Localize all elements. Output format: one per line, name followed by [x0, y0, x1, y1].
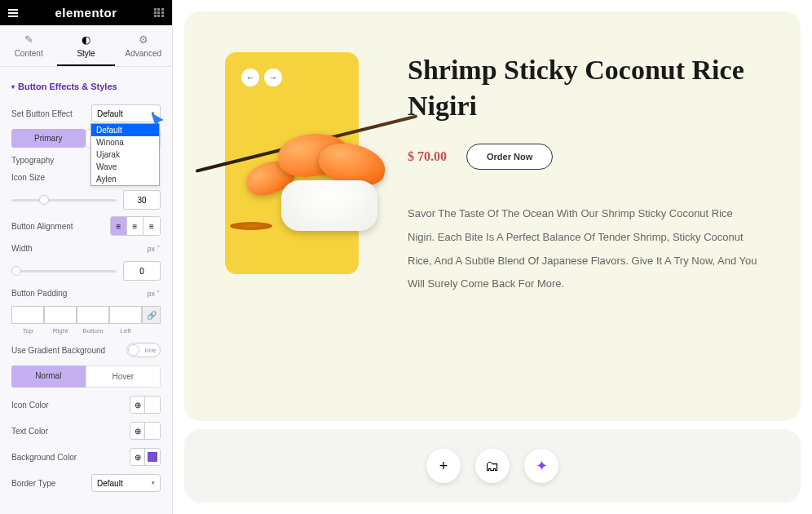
next-arrow-button[interactable]: →	[264, 69, 282, 86]
primary-pill[interactable]: Primary	[11, 129, 86, 148]
icon-color-picker: ⊕	[130, 396, 161, 414]
padding-control-header: Button Padding px ˅	[11, 289, 161, 298]
padding-left-input[interactable]	[109, 306, 142, 324]
global-color-button[interactable]: ⊕	[130, 423, 145, 439]
align-center-button[interactable]: ≡	[127, 217, 143, 235]
text-color-control: Text Color ⊕	[11, 422, 161, 440]
dropdown-option[interactable]: Default	[91, 124, 159, 136]
icon-size-slider-row	[11, 190, 161, 210]
padding-side-labels: Top Right Bottom Left	[11, 327, 161, 335]
unit-selector[interactable]: px ˅	[147, 290, 161, 298]
panel-tabs: ✎Content ◐Style ⚙Advanced	[0, 25, 172, 67]
dropdown-option[interactable]: Aylen	[91, 173, 159, 185]
effect-select[interactable]: Default▾ Default Winona Ujarak Wave Ayle…	[91, 104, 161, 122]
sparkle-icon: ✦	[536, 457, 548, 475]
folder-button[interactable]: 🗂	[475, 449, 510, 483]
menu-icon[interactable]	[8, 9, 18, 17]
typography-label: Typography	[11, 156, 54, 165]
price-row: $ 70.00 Order Now	[408, 144, 760, 170]
width-slider[interactable]	[11, 270, 117, 273]
icon-size-label: Icon Size	[11, 173, 45, 182]
border-select[interactable]: Default▾	[91, 474, 161, 492]
gradient-label: Use Gradient Background	[11, 346, 105, 355]
padding-label: Button Padding	[11, 289, 67, 298]
link-padding-button[interactable]: 🔗	[142, 306, 161, 324]
padding-top-input[interactable]	[11, 306, 44, 324]
sidebar-header: elementor	[0, 0, 172, 25]
dropdown-option[interactable]: Ujarak	[91, 148, 159, 161]
slider-thumb[interactable]	[39, 195, 49, 205]
bg-color-picker: ⊕	[130, 448, 161, 466]
align-right-button[interactable]: ≡	[143, 217, 160, 235]
grid-icon[interactable]	[154, 8, 164, 18]
droplet-icon: ◐	[57, 33, 114, 46]
icon-color-label: Icon Color	[11, 401, 49, 410]
toggle-thumb	[128, 344, 139, 356]
effect-dropdown: Default Winona Ujarak Wave Aylen	[90, 123, 160, 186]
product-title: Shrimp Sticky Coconut Rice Nigiri	[408, 52, 760, 124]
product-image: ← →	[225, 52, 359, 274]
gradient-toggle[interactable]: Hide	[126, 343, 161, 357]
ai-button[interactable]: ✦	[524, 449, 558, 483]
style-panel: Button Effects & Styles Set Button Effec…	[0, 67, 172, 514]
tab-style[interactable]: ◐Style	[57, 25, 114, 66]
alignment-buttons: ≡ ≡ ≡	[110, 216, 161, 236]
text-color-label: Text Color	[11, 427, 48, 436]
gear-icon: ⚙	[115, 33, 172, 46]
effect-control: Set Button Effect Default▾ Default Winon…	[11, 104, 161, 122]
logo: elementor	[55, 6, 117, 20]
prev-arrow-button[interactable]: ←	[241, 69, 259, 86]
pencil-icon: ✎	[0, 33, 57, 46]
width-slider-row	[11, 261, 161, 281]
padding-bottom-input[interactable]	[77, 306, 109, 324]
width-input[interactable]	[123, 261, 161, 281]
color-swatch-button[interactable]	[145, 423, 160, 439]
seg-hover[interactable]: Hover	[86, 366, 161, 388]
padding-inputs: 🔗	[11, 306, 161, 324]
slider-thumb[interactable]	[11, 266, 21, 276]
align-left-button[interactable]: ≡	[111, 217, 127, 235]
effect-label: Set Button Effect	[11, 109, 73, 118]
icon-size-slider[interactable]	[11, 199, 117, 202]
product-details: Shrimp Sticky Coconut Rice Nigiri $ 70.0…	[408, 44, 760, 296]
section-header[interactable]: Button Effects & Styles	[11, 75, 161, 98]
tab-label: Style	[77, 49, 95, 58]
cursor-pointer-icon	[150, 112, 166, 130]
editor-sidebar: elementor ✎Content ◐Style ⚙Advanced Butt…	[0, 0, 173, 514]
bg-color-label: Background Color	[11, 453, 77, 462]
chevron-down-icon: ▾	[152, 480, 155, 486]
state-segmented: Normal Hover	[11, 366, 161, 388]
folder-icon: 🗂	[485, 458, 500, 475]
product-description: Savor The Taste Of The Ocean With Our Sh…	[408, 202, 760, 295]
dropdown-option[interactable]: Wave	[91, 161, 159, 173]
color-swatch-button[interactable]	[145, 449, 160, 465]
width-label: Width	[11, 244, 33, 253]
tab-label: Advanced	[126, 49, 161, 58]
icon-color-control: Icon Color ⊕	[11, 396, 161, 414]
bg-color-control: Background Color ⊕	[11, 448, 161, 466]
width-control: Width px ˅	[11, 244, 161, 253]
tab-content[interactable]: ✎Content	[0, 25, 57, 66]
price: $ 70.00	[408, 149, 447, 164]
carousel-nav: ← →	[241, 69, 282, 86]
global-color-button[interactable]: ⊕	[130, 397, 145, 413]
tab-advanced[interactable]: ⚙Advanced	[115, 25, 172, 66]
text-color-picker: ⊕	[130, 422, 161, 440]
unit-selector[interactable]: px ˅	[147, 245, 161, 253]
border-label: Border Type	[11, 479, 55, 488]
order-button[interactable]: Order Now	[466, 144, 553, 170]
border-control: Border Type Default▾	[11, 474, 161, 492]
canvas: ← → Shrimp Sticky Coconut Rice Nigiri $ …	[173, 0, 812, 514]
bottom-toolbar: + 🗂 ✦	[184, 429, 801, 503]
seg-normal[interactable]: Normal	[11, 366, 86, 388]
padding-right-input[interactable]	[44, 306, 77, 324]
tab-label: Content	[15, 49, 43, 58]
icon-size-input[interactable]	[123, 190, 161, 210]
preview-section[interactable]: ← → Shrimp Sticky Coconut Rice Nigiri $ …	[184, 11, 801, 421]
global-color-button[interactable]: ⊕	[130, 449, 145, 465]
gradient-control: Use Gradient Background Hide	[11, 343, 161, 357]
color-swatch-button[interactable]	[145, 397, 160, 413]
add-widget-button[interactable]: +	[426, 449, 461, 483]
plus-icon: +	[439, 458, 448, 475]
dropdown-option[interactable]: Winona	[91, 136, 159, 148]
